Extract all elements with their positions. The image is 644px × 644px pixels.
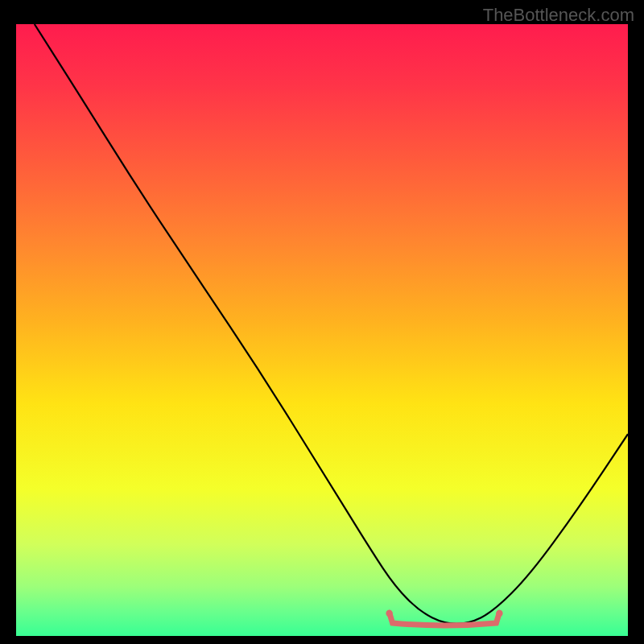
- svg-point-0: [386, 610, 392, 617]
- chart-svg: [16, 24, 628, 636]
- chart-container: TheBottleneck.com: [0, 0, 644, 644]
- svg-point-1: [496, 610, 502, 617]
- gradient-bg: [16, 24, 628, 636]
- watermark-text: TheBottleneck.com: [483, 5, 634, 26]
- plot-area: [16, 24, 628, 636]
